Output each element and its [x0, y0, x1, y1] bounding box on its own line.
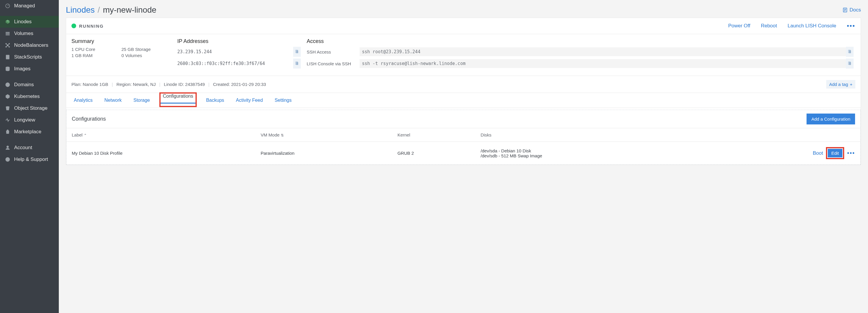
sidebar-item-label: StackScripts: [14, 54, 42, 60]
boot-button[interactable]: Boot: [813, 150, 823, 156]
svg-line-16: [8, 46, 9, 47]
config-row: My Debian 10 Disk Profile Paravirtualiza…: [66, 142, 860, 165]
ipv4-value: 23.239.15.244: [177, 49, 212, 54]
breadcrumb-current: my-new-linode: [103, 5, 156, 15]
more-actions-icon[interactable]: •••: [847, 22, 855, 30]
breadcrumb-root-link[interactable]: Linodes: [66, 5, 95, 15]
svg-line-14: [8, 44, 9, 45]
config-label: My Debian 10 Disk Profile: [66, 142, 255, 165]
bag-icon: [5, 129, 10, 135]
row-more-icon[interactable]: •••: [847, 150, 855, 156]
col-vm-mode[interactable]: VM Mode⇅: [255, 128, 392, 142]
sidebar-item-label: Linodes: [14, 19, 32, 25]
sidebar-item-marketplace[interactable]: Marketplace: [0, 126, 59, 138]
sidebar-item-label: Kubernetes: [14, 93, 40, 99]
edit-button[interactable]: Edit: [828, 149, 842, 158]
svg-point-12: [9, 47, 10, 47]
svg-rect-7: [6, 35, 10, 35]
user-icon: [5, 145, 10, 151]
svg-point-9: [6, 43, 6, 44]
sidebar-item-managed[interactable]: Managed: [0, 0, 59, 12]
svg-rect-6: [6, 33, 10, 34]
configurations-heading: Configurations: [72, 116, 106, 122]
sidebar-item-linodes[interactable]: Linodes: [0, 16, 59, 28]
clipboard-icon: [848, 50, 852, 54]
sidebar-item-longview[interactable]: Longview: [0, 114, 59, 126]
tab-configurations[interactable]: Configurations: [160, 89, 195, 103]
docs-link[interactable]: Docs: [842, 7, 861, 13]
sidebar-item-help-support[interactable]: Help & Support: [0, 153, 59, 165]
meta-linode-id: Linode ID: 24387549: [164, 82, 205, 87]
docs-icon: [842, 7, 848, 13]
tab-backups[interactable]: Backups: [204, 93, 226, 108]
script-icon: [5, 54, 10, 60]
summary-ram: 1 GB RAM: [71, 53, 121, 58]
sidebar-item-nodebalancers[interactable]: NodeBalancers: [0, 39, 59, 51]
sidebar-item-kubernetes[interactable]: Kubernetes: [0, 91, 59, 103]
config-disks: /dev/sda - Debian 10 Disk /dev/sdb - 512…: [475, 142, 698, 165]
access-heading: Access: [307, 38, 855, 45]
svg-point-27: [7, 146, 8, 148]
sidebar-item-images[interactable]: Images: [0, 63, 59, 75]
copy-ipv6-button[interactable]: [293, 59, 301, 68]
clipboard-icon: [295, 61, 299, 65]
tabs: AnalyticsNetworkStorageConfigurationsBac…: [66, 93, 861, 108]
svg-point-11: [6, 47, 6, 47]
breadcrumb-separator: /: [98, 5, 100, 15]
breadcrumb: Linodes / my-new-linode: [66, 5, 156, 15]
sidebar-item-account[interactable]: Account: [0, 142, 59, 153]
ip-section: IP Addresses 23.239.15.244 2600:3c03::f0…: [177, 38, 301, 70]
bucket-icon: [5, 105, 10, 111]
config-kernel: GRUB 2: [392, 142, 475, 165]
meta-created: Created: 2021-01-29 20:33: [213, 82, 266, 87]
config-vm-mode: Paravirtualization: [255, 142, 392, 165]
main-content: Linodes / my-new-linode Docs RUNNING Pow…: [59, 0, 868, 313]
launch-lish-button[interactable]: Launch LISH Console: [788, 23, 836, 29]
globe-icon: [5, 82, 10, 88]
sidebar-item-domains[interactable]: Domains: [0, 79, 59, 91]
lish-access-label: LISH Console via SSH: [307, 61, 360, 66]
svg-line-13: [6, 44, 7, 45]
sidebar-item-object-storage[interactable]: Object Storage: [0, 103, 59, 114]
reboot-button[interactable]: Reboot: [761, 23, 777, 29]
svg-line-1: [8, 5, 8, 6]
gauge-icon: [5, 3, 10, 9]
sidebar-item-label: NodeBalancers: [14, 42, 48, 48]
ssh-access-value: ssh root@23.239.15.244: [360, 47, 846, 56]
sort-icon: ⇅: [281, 133, 284, 137]
sidebar-item-label: Object Storage: [14, 105, 47, 111]
configurations-panel: Configurations Add a Configuration Label…: [66, 110, 861, 165]
clipboard-icon: [848, 61, 852, 65]
pulse-icon: [5, 117, 10, 123]
sidebar-item-volumes[interactable]: Volumes: [0, 28, 59, 39]
col-label[interactable]: Label⌃: [66, 128, 255, 142]
copy-ipv4-button[interactable]: [293, 47, 301, 57]
copy-ssh-button[interactable]: [846, 47, 854, 57]
images-icon: [5, 66, 10, 72]
add-configuration-button[interactable]: Add a Configuration: [807, 114, 855, 124]
status-indicator: [71, 24, 76, 28]
svg-rect-5: [6, 32, 10, 33]
add-tag-button[interactable]: Add a tag+: [826, 80, 855, 89]
svg-point-26: [6, 107, 9, 107]
copy-lish-button[interactable]: [846, 59, 854, 68]
linode-detail-card: RUNNING Power Off Reboot Launch LISH Con…: [66, 18, 861, 165]
ip-heading: IP Addresses: [177, 38, 301, 45]
volumes-icon: [5, 31, 10, 36]
tab-storage[interactable]: Storage: [131, 93, 152, 108]
nodebalancer-icon: [5, 42, 10, 48]
sidebar-item-label: Marketplace: [14, 129, 41, 135]
tab-analytics[interactable]: Analytics: [71, 93, 95, 108]
tab-activity-feed[interactable]: Activity Feed: [234, 93, 265, 108]
summary-cpu: 1 CPU Core: [71, 47, 121, 52]
tab-settings[interactable]: Settings: [272, 93, 294, 108]
summary-heading: Summary: [71, 38, 172, 45]
plus-icon: +: [850, 82, 852, 87]
tab-network[interactable]: Network: [102, 93, 124, 108]
svg-point-10: [9, 43, 10, 44]
meta-plan: Plan: Nanode 1GB: [71, 82, 108, 87]
sidebar-item-label: Domains: [14, 82, 34, 88]
sidebar-item-stackscripts[interactable]: StackScripts: [0, 51, 59, 63]
sidebar-item-label: Images: [14, 66, 31, 72]
power-off-button[interactable]: Power Off: [728, 23, 750, 29]
